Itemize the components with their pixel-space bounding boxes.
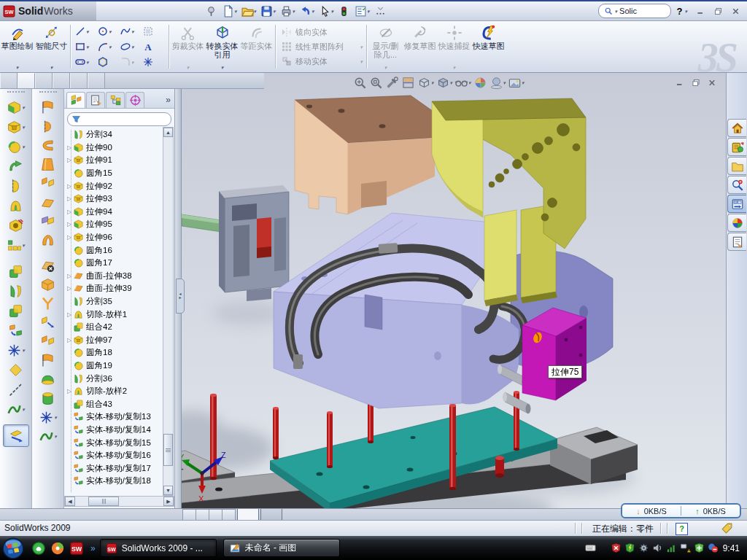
dimxpertmanager-tab[interactable]	[125, 92, 144, 108]
tree-item[interactable]: 分割35	[66, 295, 163, 308]
quick-snaps-button[interactable]: 快速捕捉 ▾	[437, 21, 471, 72]
toolbar-grip[interactable]	[7, 91, 25, 95]
save-button[interactable]: ▾	[258, 3, 278, 20]
graphics-viewport[interactable]: Y Z X ▾ ▾ ▾ ▾	[181, 73, 726, 508]
motion-study-tab[interactable]	[260, 509, 282, 521]
tree-item[interactable]: 组合43	[66, 397, 163, 411]
extended-surface-tool[interactable]	[40, 136, 55, 155]
print-button[interactable]: ▾	[278, 3, 298, 20]
tree-item[interactable]: 圆角16	[66, 244, 163, 257]
delete-face-tool[interactable]	[40, 256, 55, 275]
expand-arrow-icon[interactable]: ▷	[66, 285, 73, 292]
move-entities-button[interactable]: 移动实体 ▾	[277, 54, 365, 69]
taskbar-clock[interactable]: 9:41	[723, 543, 740, 553]
display-delete-relations-button[interactable]: 显示/删除几... ▾	[368, 21, 403, 72]
expand-arrow-icon[interactable]: ▷	[66, 183, 73, 190]
part-insert-block[interactable]	[522, 308, 587, 400]
network-speed-widget[interactable]: ↓ 0KB/S ↑ 0KB/S	[621, 503, 741, 518]
tree-item[interactable]: 实体-移动/复制15	[66, 436, 163, 449]
shield-tray-icon[interactable]	[694, 542, 705, 553]
tree-item[interactable]: 分割34	[66, 128, 163, 141]
sketch-text-tool[interactable]: A	[142, 39, 165, 55]
filled-surface-tool[interactable]	[40, 211, 55, 230]
fillet-tool[interactable]: ▾	[7, 137, 25, 157]
tree-item[interactable]: ▷ 拉伸95	[66, 218, 163, 231]
toolbar-grip[interactable]	[39, 91, 57, 95]
reference-plane-tool[interactable]	[8, 360, 23, 380]
model-canvas[interactable]: Y Z X	[181, 73, 726, 508]
design-library-tab[interactable]	[727, 138, 746, 156]
planar-surface-tool[interactable]	[40, 192, 55, 211]
hole-wizard-tool[interactable]	[8, 216, 23, 236]
expand-arrow-icon[interactable]: ▷	[66, 195, 73, 202]
selection-box-tool[interactable]	[142, 24, 165, 39]
antivirus-tray-icon[interactable]	[624, 542, 635, 553]
scrollbar-thumb[interactable]	[88, 497, 119, 506]
search-input[interactable]: ▾ Solic	[598, 4, 671, 18]
signal-tray-icon[interactable]	[666, 542, 677, 553]
reference-point-tool[interactable]: ▾	[7, 341, 25, 360]
zoom-fit-button[interactable]	[353, 76, 367, 90]
quicklaunch-chevron[interactable]: »	[90, 543, 96, 553]
tree-item[interactable]: 圆角18	[66, 346, 163, 359]
tree-item[interactable]: ▷ 切除-放样2	[66, 385, 163, 398]
magnify-button[interactable]	[385, 76, 399, 90]
boundary-surface-tool[interactable]	[40, 174, 55, 192]
tag-icon[interactable]	[721, 522, 733, 534]
slot-tool[interactable]: ▾	[74, 55, 97, 70]
volume-tray-icon[interactable]	[652, 542, 663, 553]
join-bodies-tool[interactable]	[8, 301, 23, 321]
view-settings-button[interactable]: ▾	[508, 76, 525, 90]
swept-surface-tool[interactable]	[40, 98, 55, 117]
first-tab-button[interactable]	[182, 509, 196, 521]
restore-button[interactable]	[711, 5, 726, 18]
scrollbar-thumb[interactable]	[163, 434, 173, 466]
tab-mold-tools[interactable]	[53, 73, 70, 88]
tree-item[interactable]: 圆角19	[66, 359, 163, 373]
expand-arrow-icon[interactable]: ▷	[66, 157, 73, 163]
options-button[interactable]: ▾	[352, 3, 372, 20]
display-settings-button[interactable]	[336, 3, 352, 20]
tree-item[interactable]: 实体-移动/复制17	[66, 462, 163, 475]
custom-properties-tab[interactable]	[727, 233, 746, 251]
prev-tab-button[interactable]	[196, 509, 209, 521]
line-tool[interactable]: ▾	[74, 24, 97, 39]
toolbox-button[interactable]	[372, 3, 389, 20]
tab-dimxpert[interactable]	[88, 73, 105, 88]
hide-show-items-button[interactable]: ▾	[454, 76, 471, 90]
panel-collapse-handle[interactable]: ◂▸	[176, 279, 185, 314]
tab-evaluate[interactable]	[70, 73, 88, 88]
tab-sketch[interactable]	[18, 73, 35, 88]
offset-entities-button[interactable]: 等距实体	[239, 21, 274, 72]
sketch-fillet-tool[interactable]: ▾	[120, 55, 142, 70]
featuremanager-tab[interactable]	[66, 92, 85, 108]
new-document-button[interactable]: ▾	[220, 3, 239, 20]
tree-item[interactable]: 实体-移动/复制14	[66, 424, 163, 437]
view-orientation-button[interactable]: ▾	[417, 76, 434, 90]
task-solidworks[interactable]: SWSolidWorks 2009 - ...	[100, 539, 217, 557]
last-tab-button[interactable]	[222, 509, 236, 521]
combine-tool[interactable]	[8, 262, 23, 281]
knit-surface-tool[interactable]	[40, 230, 55, 249]
solidworks-quicklaunch-icon[interactable]: SW	[69, 541, 84, 556]
revolved-surface-tool[interactable]	[40, 117, 55, 136]
tree-item[interactable]: 实体-移动/复制16	[66, 449, 163, 462]
tab-features[interactable]	[0, 73, 18, 88]
swept-boss-tool[interactable]	[8, 157, 23, 176]
linear-sketch-pattern-button[interactable]: 线性草图阵列 ▾	[277, 39, 365, 54]
tree-item[interactable]: 实体-移动/复制18	[66, 475, 163, 488]
point-tool[interactable]	[142, 55, 165, 70]
smart-dimension-button[interactable]: 智能尺寸 ▾	[34, 21, 69, 72]
file-explorer-tab[interactable]	[727, 157, 746, 175]
close-button[interactable]	[728, 5, 743, 18]
appearances-tab[interactable]	[727, 214, 746, 232]
chevron-expand-icon[interactable]: »	[166, 92, 171, 108]
next-tab-button[interactable]	[209, 509, 222, 521]
tree-item[interactable]: ▷ 切除-放样1	[66, 308, 163, 321]
extend-surface-tool[interactable]	[40, 313, 55, 332]
launcher-quicklaunch-icon[interactable]	[50, 541, 65, 556]
expand-arrow-icon[interactable]: ▷	[66, 144, 73, 151]
scroll-right-button[interactable]: ▶	[163, 497, 174, 506]
tree-item[interactable]: ▷ 拉伸90	[66, 141, 163, 155]
surface-spline-tool[interactable]: ▾	[39, 427, 57, 446]
